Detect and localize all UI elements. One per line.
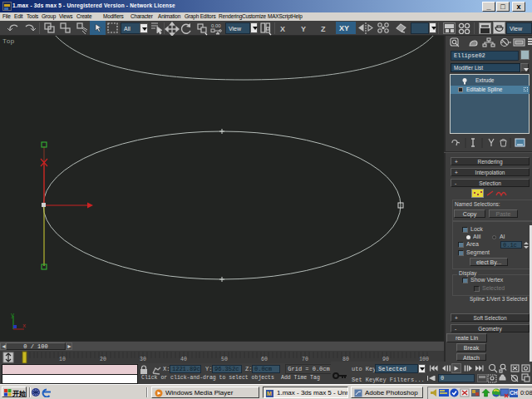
svg-text:X: X (280, 25, 285, 33)
svg-text:20: 20 (100, 357, 106, 362)
svg-text:70: 70 (302, 357, 308, 362)
svg-text:Z: Z (321, 25, 326, 33)
svg-text:y: y (11, 312, 14, 318)
svg-text:Y: Y (301, 25, 306, 33)
svg-text:10: 10 (59, 357, 66, 362)
svg-text:60: 60 (261, 357, 268, 362)
svg-text:30: 30 (140, 357, 146, 362)
svg-text:XY: XY (339, 24, 349, 32)
svg-text:50: 50 (221, 357, 228, 362)
svg-text:x: x (22, 323, 26, 329)
svg-text:40: 40 (180, 357, 187, 362)
svg-text:0.00: 0.00 (211, 23, 221, 28)
